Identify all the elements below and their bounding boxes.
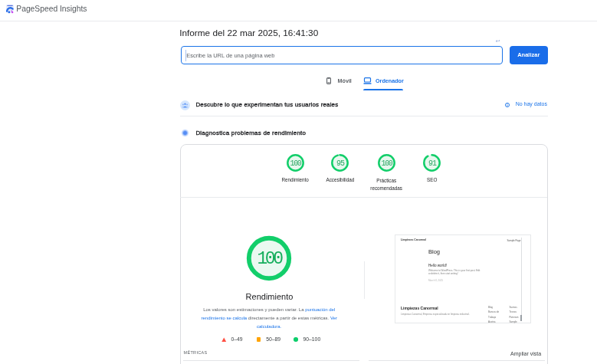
svg-text:100: 100 [381, 159, 392, 167]
svg-text:95: 95 [336, 159, 345, 167]
svg-text:91: 91 [428, 159, 437, 167]
svg-text:100: 100 [257, 250, 283, 270]
svg-text:100: 100 [290, 159, 301, 167]
